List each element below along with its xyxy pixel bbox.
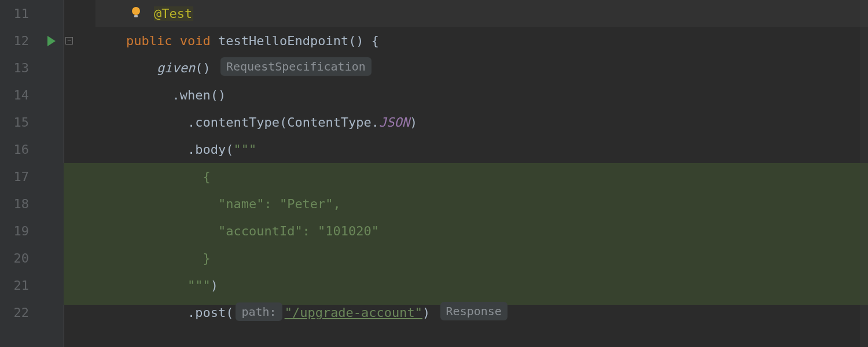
fold-toggle-icon[interactable]: − [65,37,73,45]
svg-point-0 [132,7,140,15]
constant-ref: JSON [379,115,410,130]
method-name: testHelloEndpoint [218,34,348,48]
keyword: public [126,34,172,48]
method-call: contentType [195,115,279,130]
method-call: post [195,305,226,320]
svg-rect-1 [134,15,138,17]
method-call: when [180,88,211,102]
code-line[interactable]: .body(""" [95,136,868,163]
line-number: 17 [0,163,29,190]
parameter-hint: path: [236,302,282,321]
line-number: 12 [0,27,29,54]
code-line[interactable]: .contentType(ContentType.JSON) [95,109,868,136]
code-line[interactable]: given() RequestSpecification [95,54,868,82]
inlay-hint: RequestSpecification [220,57,372,76]
string-literal: "accountId": "101020" [203,224,379,238]
line-number: 20 [0,245,29,272]
code-line[interactable]: .when() [95,82,868,109]
inlay-hint: Response [440,302,507,320]
run-test-icon[interactable] [47,36,56,46]
method-call: given [157,61,195,75]
code-line[interactable]: } [95,245,868,272]
line-number: 14 [0,82,29,109]
keyword: void [180,34,211,48]
line-number [0,326,29,347]
method-call: body [195,142,226,157]
line-number: 15 [0,109,29,136]
code-editor[interactable]: 11 12 13 14 15 16 17 18 19 20 21 22 − − … [0,0,868,347]
string-literal: """ [187,278,211,293]
line-number: 11 [0,0,29,27]
string-literal: "name": "Peter", [203,197,340,211]
code-line[interactable]: """) [95,272,868,299]
code-area[interactable]: @Test public void testHelloEndpoint() { … [95,0,868,347]
line-number: 16 [0,136,29,163]
line-number: 22 [0,299,29,326]
line-number: 19 [0,217,29,245]
annotation: @Test [154,6,193,21]
line-number: 21 [0,272,29,299]
line-number: 18 [0,190,29,217]
gutter-icons [39,0,64,347]
code-line[interactable]: "name": "Peter", [95,190,868,217]
intention-bulb-icon[interactable] [131,6,141,19]
code-line[interactable]: .post(path:"/upgrade-account") Response [95,299,868,326]
line-number: 13 [0,54,29,82]
string-literal: "/upgrade-account" [285,305,422,320]
code-line[interactable]: public void testHelloEndpoint() { [95,27,868,54]
code-line[interactable]: { [95,163,868,190]
line-number-gutter: 11 12 13 14 15 16 17 18 19 20 21 22 [0,0,39,347]
string-literal: { [203,169,210,184]
string-literal: """ [233,142,256,157]
class-ref: ContentType [287,115,372,130]
code-line[interactable]: "accountId": "101020" [95,217,868,245]
code-line[interactable]: @Test [95,0,868,27]
string-literal: } [203,251,210,265]
